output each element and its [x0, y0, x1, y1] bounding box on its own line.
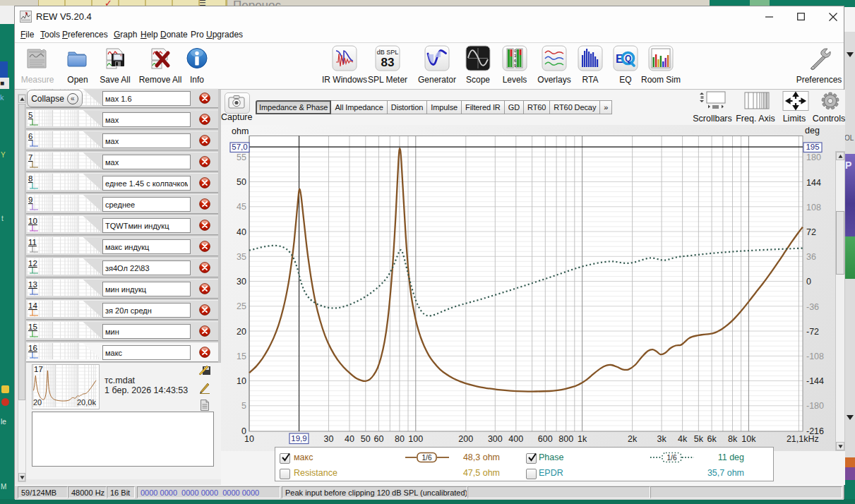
graph-scrollbar[interactable] [835, 151, 845, 451]
minimize-button[interactable] [753, 6, 785, 27]
tab-rt60-decay[interactable]: RT60 Decay [550, 100, 600, 114]
scroll-down-button[interactable] [18, 473, 25, 481]
menu-pro-upgrades[interactable]: Pro Upgrades [191, 30, 243, 40]
delete-measurement-button[interactable] [199, 347, 210, 358]
x-tick: 30 [324, 434, 334, 444]
legend-checkbox-resistance[interactable] [280, 469, 290, 479]
x-tick: 4k [678, 434, 688, 444]
measurement-row-5[interactable]: 5 [26, 109, 218, 129]
collapse-button[interactable]: Collapse« [27, 90, 83, 107]
measurement-row[interactable]: Collapse« [26, 88, 218, 108]
toolbar-ir-windows[interactable]: IR Windows [320, 45, 369, 85]
legend-checkbox-phase[interactable] [526, 453, 537, 464]
tab-rt60[interactable]: RT60 [524, 100, 550, 114]
measurement-mini-graph [26, 174, 101, 190]
svg-text:57,0: 57,0 [232, 143, 247, 151]
x-tick: 60 [374, 434, 384, 444]
graph-button-scrollbars[interactable]: Scrollbars [689, 91, 736, 124]
toolbar-room-sim[interactable]: Room Sim [636, 45, 686, 85]
measurement-name-input[interactable] [102, 112, 191, 127]
maximize-button[interactable] [785, 6, 817, 27]
measurement-row-14[interactable]: 14 [26, 300, 218, 320]
delete-measurement-button[interactable] [199, 198, 210, 210]
tab-impulse[interactable]: Impulse [427, 100, 462, 114]
toolbar-save-all[interactable]: Save All [90, 45, 140, 85]
measurement-row-13[interactable]: 13 [26, 279, 218, 299]
tab-distortion[interactable]: Distortion [388, 100, 427, 114]
menu-preferences[interactable]: Preferences [62, 30, 108, 40]
y-right-tick: -108 [806, 352, 824, 361]
measurement-index: 6 [28, 132, 32, 140]
menu-tools[interactable]: Tools [40, 30, 60, 40]
graph-scroll-up[interactable] [836, 152, 844, 160]
toolbar-preferences[interactable]: Preferences [791, 45, 847, 85]
toolbar-spl-meter[interactable]: dB SPL83SPL Meter [363, 45, 412, 85]
menu-donate[interactable]: Donate [160, 30, 188, 40]
measurement-name-input[interactable] [102, 345, 191, 360]
measurement-name-input[interactable] [102, 260, 191, 275]
measurement-row-16[interactable]: 16 [26, 342, 218, 362]
menu-graph[interactable]: Graph [114, 30, 137, 40]
legend-checkbox-макс[interactable] [280, 453, 290, 464]
capture-button[interactable] [225, 92, 250, 114]
measurement-index: 9 [28, 196, 32, 204]
measurement-name-input[interactable] [102, 133, 191, 148]
measurement-name-input[interactable] [102, 176, 191, 191]
measurement-row-7[interactable]: 7 [26, 152, 218, 172]
menu-file[interactable]: File [20, 30, 34, 40]
close-button[interactable] [817, 6, 849, 27]
tab--[interactable]: » [600, 100, 612, 114]
delete-measurement-button[interactable] [199, 220, 210, 231]
measurement-row-12[interactable]: 12 [26, 258, 218, 277]
legend-checkbox-epdr[interactable] [526, 469, 537, 479]
tab-all-impedance[interactable]: All Impedance [331, 100, 387, 114]
measurement-row-9[interactable]: 9 [26, 194, 218, 214]
scroll-up-button[interactable] [18, 95, 25, 103]
scale-measurement-icon[interactable] [198, 364, 211, 376]
sidebar-scrollbar[interactable] [18, 94, 26, 482]
tab-impedance-phase[interactable]: Impedance & Phase [256, 100, 331, 114]
measurement-row-10[interactable]: 10 [26, 215, 218, 235]
x-tick: 300 [488, 434, 503, 444]
delete-measurement-button[interactable] [199, 325, 210, 337]
measurement-notes-input[interactable] [32, 412, 214, 467]
status-cell-4: Peak input before clipping 120 dB SPL (u… [282, 486, 467, 498]
tab-gd[interactable]: GD [505, 100, 524, 114]
graph-scrollbar-thumb[interactable] [836, 211, 844, 275]
legend-value-макс: 48,3 ohm [443, 452, 500, 462]
sidebar-scrollbar-thumb[interactable] [18, 104, 25, 400]
measurement-name-input[interactable] [102, 155, 191, 169]
measurement-file-name: тс.mdat [104, 376, 135, 385]
measurement-row-15[interactable]: 15 [26, 321, 218, 341]
tab-filtered-ir[interactable]: Filtered IR [462, 100, 505, 114]
collapse-chevrons-icon: « [67, 93, 78, 104]
measurement-index: 12 [28, 259, 37, 268]
delete-measurement-button[interactable] [199, 283, 210, 294]
measurement-name-input[interactable] [102, 303, 191, 318]
toolbar-info[interactable]: Info [172, 45, 222, 85]
resistor-smoothing-icon[interactable]: 1/6 [405, 451, 449, 467]
delete-measurement-button[interactable] [199, 262, 210, 273]
measurement-name-input[interactable] [102, 91, 191, 106]
measurement-name-input[interactable] [102, 218, 191, 233]
delete-measurement-button[interactable] [199, 92, 210, 104]
notes-icon[interactable] [198, 400, 211, 411]
x-tick: 1k [578, 434, 587, 444]
menu-help[interactable]: Help [140, 30, 158, 40]
delete-measurement-button[interactable] [199, 241, 210, 252]
graph-button-controls[interactable]: Controls [806, 91, 852, 124]
delete-measurement-button[interactable] [199, 177, 210, 188]
measurement-row-8[interactable]: 8 [26, 173, 218, 193]
delete-measurement-button[interactable] [199, 304, 210, 316]
delete-measurement-button[interactable] [199, 114, 210, 125]
measurement-name-input[interactable] [102, 239, 191, 254]
measurement-name-input[interactable] [102, 282, 191, 296]
measurement-row-6[interactable]: 6 [26, 131, 218, 150]
delete-measurement-button[interactable] [199, 156, 210, 167]
measurement-name-input[interactable] [102, 324, 191, 339]
graph-scroll-down[interactable] [836, 442, 844, 450]
measurement-name-input[interactable] [102, 197, 191, 212]
edit-comment-icon[interactable] [198, 383, 211, 394]
delete-measurement-button[interactable] [199, 135, 210, 146]
measurement-row-11[interactable]: 11 [26, 236, 218, 256]
